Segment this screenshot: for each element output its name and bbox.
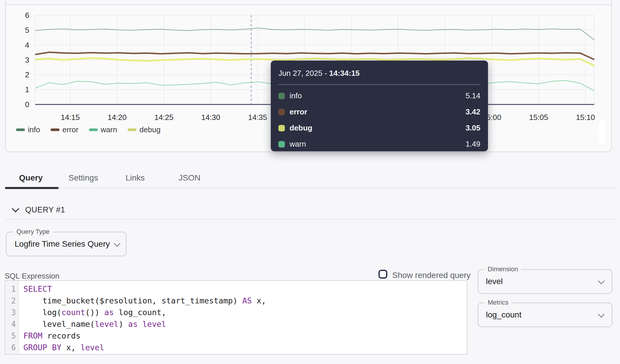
active-tab-underline <box>5 187 59 189</box>
scrollbar-thumb[interactable] <box>599 120 605 143</box>
legend-swatch-debug-icon <box>128 128 136 131</box>
tooltip-series-value: 3.05 <box>465 123 480 133</box>
legend-swatch-warn-icon <box>89 128 98 131</box>
dimension-value: level <box>486 277 503 286</box>
tooltip-divider <box>278 84 480 85</box>
tooltip-swatch-error-icon <box>278 109 285 115</box>
query-section-divider <box>5 219 616 219</box>
legend-label: debug <box>139 125 160 134</box>
y-tick-label: 2 <box>9 70 29 79</box>
sql-code-line: SELECT <box>23 283 266 295</box>
tooltip-rows: info5.14error3.42debug3.05warn1.49 <box>278 88 480 152</box>
query-section-title: QUERY #1 <box>25 205 65 214</box>
tooltip-timestamp: Jun 27, 2025 - 14:34:15 <box>278 69 480 78</box>
legend-item-error[interactable]: error <box>51 125 78 134</box>
dimension-label: Dimension <box>485 265 521 273</box>
tab-settings[interactable]: Settings <box>68 173 98 183</box>
metrics-value: log_count <box>486 310 521 320</box>
y-tick-label: 0 <box>9 100 29 109</box>
x-tick-label: 14:25 <box>143 113 184 122</box>
query-type-label: Query Type <box>13 228 52 236</box>
x-tick-label: 14:15 <box>50 113 91 122</box>
metrics-label: Metrics <box>485 299 511 306</box>
sql-code-line: log(count()) as log_count, <box>23 307 266 318</box>
x-tick-label: 15:05 <box>518 113 559 122</box>
legend-swatch-info-icon <box>16 128 25 131</box>
show-rendered-query-label[interactable]: Show rendered query <box>392 271 471 280</box>
line-number: 4 <box>5 318 18 330</box>
tooltip-series-label: debug <box>290 123 312 133</box>
tooltip-row-info: info5.14 <box>278 88 480 104</box>
tooltip-swatch-debug-icon <box>278 125 285 131</box>
collapse-query-chevron-icon[interactable] <box>12 205 19 212</box>
tooltip-row-error: error3.42 <box>278 104 480 120</box>
sql-code-line: level_name(level) as level <box>23 318 266 330</box>
legend-item-debug[interactable]: debug <box>128 125 160 134</box>
tooltip-swatch-info-icon <box>278 93 285 99</box>
sql-code-line: time_bucket($resolution, start_timestamp… <box>23 295 266 307</box>
tooltip-series-label: error <box>290 107 307 116</box>
tooltip-row-debug: debug3.05 <box>278 120 480 136</box>
line-number: 5 <box>5 330 18 342</box>
tab-json[interactable]: JSON <box>179 173 201 183</box>
query-type-value: Logfire Time Series Query <box>15 239 110 249</box>
sql-code-line: GROUP BY x, level <box>23 342 266 353</box>
tooltip-series-value: 5.14 <box>465 91 480 100</box>
sql-editor[interactable]: 123456 SELECT time_bucket($resolution, s… <box>5 280 467 355</box>
legend-label: info <box>28 125 40 134</box>
tooltip-swatch-warn-icon <box>278 141 285 147</box>
line-number: 2 <box>5 295 18 307</box>
y-tick-label: 6 <box>9 11 29 20</box>
tooltip-row-warn: warn1.49 <box>278 136 480 152</box>
sql-code-line: FROM records <box>23 330 266 342</box>
y-tick-label: 5 <box>9 26 29 35</box>
tooltip-series-value: 1.49 <box>465 140 480 149</box>
show-rendered-query-checkbox[interactable] <box>378 270 387 279</box>
y-tick-label: 3 <box>9 56 29 64</box>
tooltip-series-value: 3.42 <box>465 107 480 116</box>
y-tick-label: 4 <box>9 41 29 49</box>
panel-editor-page: 0123456 14:1514:2014:2514:3014:3514:4014… <box>0 0 620 364</box>
tooltip-series-label: warn <box>290 140 306 149</box>
legend-swatch-error-icon <box>51 128 59 131</box>
line-number: 6 <box>5 342 18 353</box>
line-number: 1 <box>5 283 18 295</box>
chart-legend: infoerrorwarndebug <box>16 125 161 134</box>
tooltip-series-label: info <box>290 91 302 100</box>
legend-label: warn <box>101 125 117 134</box>
series-line-info <box>35 28 594 40</box>
sql-line-number-gutter: 123456 <box>5 281 19 354</box>
x-tick-label: 14:20 <box>97 113 138 122</box>
legend-item-info[interactable]: info <box>16 125 40 134</box>
tab-bar-divider <box>5 188 616 188</box>
chart-tooltip: Jun 27, 2025 - 14:34:15 info5.14error3.4… <box>271 61 488 151</box>
tab-query[interactable]: Query <box>19 173 43 183</box>
tab-links[interactable]: Links <box>126 173 145 183</box>
x-tick-label: 14:30 <box>190 113 231 122</box>
line-number: 3 <box>5 307 18 318</box>
sql-expression-label: SQL Expression <box>5 272 59 281</box>
legend-item-warn[interactable]: warn <box>89 125 117 134</box>
sql-code[interactable]: SELECT time_bucket($resolution, start_ti… <box>19 281 266 354</box>
y-tick-label: 1 <box>9 85 29 94</box>
legend-label: error <box>62 125 78 134</box>
